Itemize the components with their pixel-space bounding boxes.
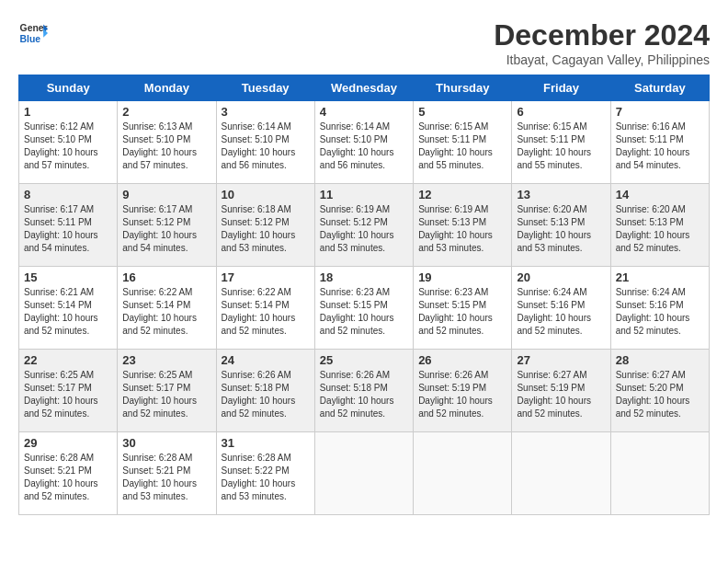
day-info: Sunrise: 6:12 AM Sunset: 5:10 PM Dayligh…	[24, 121, 112, 172]
day-cell: 14 Sunrise: 6:20 AM Sunset: 5:13 PM Dayl…	[610, 184, 709, 267]
day-number: 22	[24, 353, 112, 367]
logo: General Blue	[18, 18, 48, 48]
logo-icon: General Blue	[18, 18, 48, 48]
day-info: Sunrise: 6:26 AM Sunset: 5:18 PM Dayligh…	[222, 369, 310, 420]
day-cell: 28 Sunrise: 6:27 AM Sunset: 5:20 PM Dayl…	[610, 350, 709, 432]
day-number: 1	[24, 105, 112, 119]
day-number: 31	[222, 436, 310, 450]
day-cell: 24 Sunrise: 6:26 AM Sunset: 5:18 PM Dayl…	[216, 350, 314, 432]
column-header-friday: Friday	[512, 75, 610, 101]
day-info: Sunrise: 6:22 AM Sunset: 5:14 PM Dayligh…	[222, 286, 310, 338]
day-cell: 18 Sunrise: 6:23 AM Sunset: 5:15 PM Dayl…	[314, 267, 413, 350]
day-cell: 25 Sunrise: 6:26 AM Sunset: 5:18 PM Dayl…	[314, 350, 413, 432]
day-number: 27	[517, 353, 605, 367]
day-cell: 19 Sunrise: 6:23 AM Sunset: 5:15 PM Dayl…	[414, 267, 512, 350]
day-cell: 23 Sunrise: 6:25 AM Sunset: 5:17 PM Dayl…	[118, 350, 216, 432]
title-area: December 2024 Itbayat, Cagayan Valley, P…	[494, 18, 710, 67]
day-cell: 21 Sunrise: 6:24 AM Sunset: 5:16 PM Dayl…	[610, 267, 709, 350]
day-number: 7	[616, 105, 704, 119]
day-info: Sunrise: 6:25 AM Sunset: 5:17 PM Dayligh…	[122, 369, 210, 420]
day-info: Sunrise: 6:15 AM Sunset: 5:11 PM Dayligh…	[517, 121, 605, 172]
day-cell: 17 Sunrise: 6:22 AM Sunset: 5:14 PM Dayl…	[216, 267, 314, 350]
svg-text:Blue: Blue	[20, 34, 41, 44]
day-cell	[512, 432, 610, 515]
day-number: 23	[122, 353, 210, 367]
day-info: Sunrise: 6:19 AM Sunset: 5:13 PM Dayligh…	[418, 203, 506, 255]
day-cell: 12 Sunrise: 6:19 AM Sunset: 5:13 PM Dayl…	[414, 184, 512, 267]
day-info: Sunrise: 6:28 AM Sunset: 5:21 PM Dayligh…	[122, 452, 210, 503]
day-info: Sunrise: 6:26 AM Sunset: 5:19 PM Dayligh…	[418, 369, 506, 420]
day-number: 30	[122, 436, 210, 450]
day-cell	[314, 432, 413, 515]
day-cell: 26 Sunrise: 6:26 AM Sunset: 5:19 PM Dayl…	[414, 350, 512, 432]
column-header-thursday: Thursday	[414, 75, 512, 101]
column-header-monday: Monday	[118, 75, 216, 101]
day-cell	[610, 432, 709, 515]
day-info: Sunrise: 6:23 AM Sunset: 5:15 PM Dayligh…	[418, 286, 506, 338]
day-cell: 20 Sunrise: 6:24 AM Sunset: 5:16 PM Dayl…	[512, 267, 610, 350]
day-cell: 8 Sunrise: 6:17 AM Sunset: 5:11 PM Dayli…	[19, 184, 118, 267]
day-number: 16	[122, 270, 210, 284]
day-info: Sunrise: 6:17 AM Sunset: 5:11 PM Dayligh…	[24, 203, 112, 255]
day-info: Sunrise: 6:17 AM Sunset: 5:12 PM Dayligh…	[122, 203, 210, 255]
day-info: Sunrise: 6:25 AM Sunset: 5:17 PM Dayligh…	[24, 369, 112, 420]
day-info: Sunrise: 6:26 AM Sunset: 5:18 PM Dayligh…	[320, 369, 408, 420]
day-number: 2	[122, 105, 210, 119]
day-info: Sunrise: 6:24 AM Sunset: 5:16 PM Dayligh…	[517, 286, 605, 338]
day-info: Sunrise: 6:14 AM Sunset: 5:10 PM Dayligh…	[222, 121, 310, 172]
week-row-4: 22 Sunrise: 6:25 AM Sunset: 5:17 PM Dayl…	[19, 350, 710, 432]
day-number: 8	[24, 188, 112, 201]
day-cell: 13 Sunrise: 6:20 AM Sunset: 5:13 PM Dayl…	[512, 184, 610, 267]
day-info: Sunrise: 6:28 AM Sunset: 5:22 PM Dayligh…	[222, 452, 310, 503]
day-cell: 1 Sunrise: 6:12 AM Sunset: 5:10 PM Dayli…	[19, 101, 118, 184]
day-info: Sunrise: 6:28 AM Sunset: 5:21 PM Dayligh…	[24, 452, 112, 503]
column-header-sunday: Sunday	[19, 75, 118, 101]
day-cell: 31 Sunrise: 6:28 AM Sunset: 5:22 PM Dayl…	[216, 432, 314, 515]
day-number: 4	[320, 105, 408, 119]
day-info: Sunrise: 6:27 AM Sunset: 5:19 PM Dayligh…	[517, 369, 605, 420]
day-number: 10	[222, 188, 310, 201]
day-cell: 2 Sunrise: 6:13 AM Sunset: 5:10 PM Dayli…	[118, 101, 216, 184]
day-info: Sunrise: 6:20 AM Sunset: 5:13 PM Dayligh…	[517, 203, 605, 255]
day-cell: 29 Sunrise: 6:28 AM Sunset: 5:21 PM Dayl…	[19, 432, 118, 515]
week-row-1: 1 Sunrise: 6:12 AM Sunset: 5:10 PM Dayli…	[19, 101, 710, 184]
day-number: 19	[418, 270, 506, 284]
day-number: 12	[418, 188, 506, 201]
day-number: 20	[517, 270, 605, 284]
day-number: 17	[222, 270, 310, 284]
day-info: Sunrise: 6:16 AM Sunset: 5:11 PM Dayligh…	[616, 121, 704, 172]
calendar-table: SundayMondayTuesdayWednesdayThursdayFrid…	[18, 75, 710, 515]
day-cell: 22 Sunrise: 6:25 AM Sunset: 5:17 PM Dayl…	[19, 350, 118, 432]
main-title: December 2024	[494, 18, 710, 52]
day-number: 9	[122, 188, 210, 201]
day-cell: 5 Sunrise: 6:15 AM Sunset: 5:11 PM Dayli…	[414, 101, 512, 184]
day-cell	[414, 432, 512, 515]
day-number: 29	[24, 436, 112, 450]
day-info: Sunrise: 6:21 AM Sunset: 5:14 PM Dayligh…	[24, 286, 112, 338]
day-cell: 15 Sunrise: 6:21 AM Sunset: 5:14 PM Dayl…	[19, 267, 118, 350]
week-row-5: 29 Sunrise: 6:28 AM Sunset: 5:21 PM Dayl…	[19, 432, 710, 515]
day-info: Sunrise: 6:27 AM Sunset: 5:20 PM Dayligh…	[616, 369, 704, 420]
day-cell: 27 Sunrise: 6:27 AM Sunset: 5:19 PM Dayl…	[512, 350, 610, 432]
day-cell: 6 Sunrise: 6:15 AM Sunset: 5:11 PM Dayli…	[512, 101, 610, 184]
day-number: 26	[418, 353, 506, 367]
day-info: Sunrise: 6:22 AM Sunset: 5:14 PM Dayligh…	[122, 286, 210, 338]
day-number: 28	[616, 353, 704, 367]
day-cell: 7 Sunrise: 6:16 AM Sunset: 5:11 PM Dayli…	[610, 101, 709, 184]
day-info: Sunrise: 6:24 AM Sunset: 5:16 PM Dayligh…	[616, 286, 704, 338]
day-cell: 4 Sunrise: 6:14 AM Sunset: 5:10 PM Dayli…	[314, 101, 413, 184]
day-info: Sunrise: 6:20 AM Sunset: 5:13 PM Dayligh…	[616, 203, 704, 255]
column-header-tuesday: Tuesday	[216, 75, 314, 101]
day-info: Sunrise: 6:23 AM Sunset: 5:15 PM Dayligh…	[320, 286, 408, 338]
day-number: 11	[320, 188, 408, 201]
day-number: 25	[320, 353, 408, 367]
day-number: 13	[517, 188, 605, 201]
week-row-3: 15 Sunrise: 6:21 AM Sunset: 5:14 PM Dayl…	[19, 267, 710, 350]
subtitle: Itbayat, Cagayan Valley, Philippines	[494, 52, 710, 67]
day-number: 24	[222, 353, 310, 367]
day-info: Sunrise: 6:19 AM Sunset: 5:12 PM Dayligh…	[320, 203, 408, 255]
day-cell: 10 Sunrise: 6:18 AM Sunset: 5:12 PM Dayl…	[216, 184, 314, 267]
day-cell: 30 Sunrise: 6:28 AM Sunset: 5:21 PM Dayl…	[118, 432, 216, 515]
day-number: 5	[418, 105, 506, 119]
day-number: 18	[320, 270, 408, 284]
